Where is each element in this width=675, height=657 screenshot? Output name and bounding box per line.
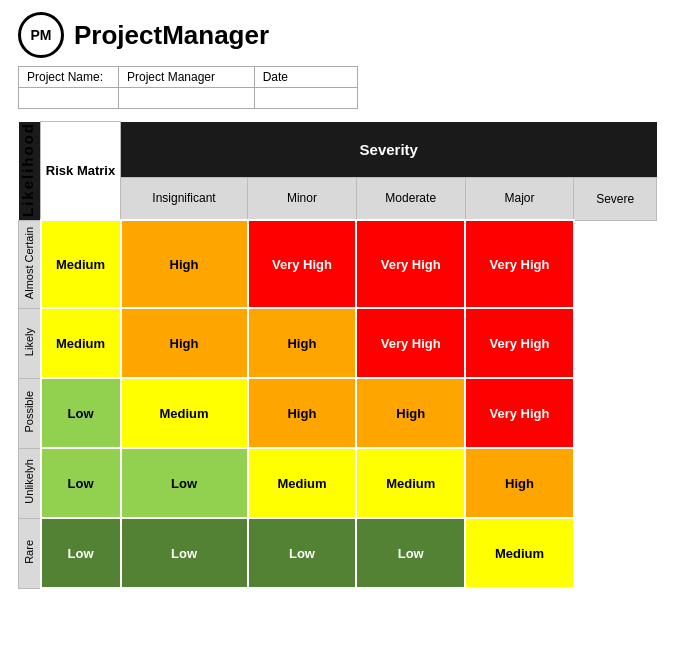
cell-r3-c4: High	[465, 448, 574, 518]
col-moderate: Moderate	[356, 177, 465, 220]
cell-r1-c1: High	[121, 308, 248, 378]
cell-r4-c3: Low	[356, 518, 465, 588]
cell-r4-c4: Medium	[465, 518, 574, 588]
severity-header: Severity	[121, 122, 657, 178]
project-name-value[interactable]	[19, 88, 119, 109]
header: PM ProjectManager	[0, 0, 675, 66]
cell-r3-c2: Medium	[248, 448, 357, 518]
cell-r4-c0: Low	[41, 518, 121, 588]
cell-r1-c4: Very High	[465, 308, 574, 378]
cell-r2-c2: High	[248, 378, 357, 448]
likelihood-label: Likelihood	[19, 122, 36, 217]
cell-r3-c3: Medium	[356, 448, 465, 518]
project-manager-value[interactable]	[119, 88, 255, 109]
likelihood-label-cell: Likelihood	[19, 122, 41, 221]
project-manager-label: Project Manager	[119, 67, 255, 88]
cell-r2-c3: High	[356, 378, 465, 448]
cell-r2-c4: Very High	[465, 378, 574, 448]
row-label-2: Possible	[19, 378, 41, 448]
cell-r0-c2: Very High	[248, 220, 357, 308]
row-label-1: Likely	[19, 308, 41, 378]
cell-r3-c1: Low	[121, 448, 248, 518]
cell-r2-c0: Low	[41, 378, 121, 448]
col-severe: Severe	[574, 177, 657, 220]
app-name: ProjectManager	[74, 20, 269, 51]
cell-r4-c2: Low	[248, 518, 357, 588]
date-label: Date	[254, 67, 357, 88]
cell-r0-c4: Very High	[465, 220, 574, 308]
logo-icon: PM	[18, 12, 64, 58]
cell-r1-c3: Very High	[356, 308, 465, 378]
cell-r0-c1: High	[121, 220, 248, 308]
date-value[interactable]	[254, 88, 357, 109]
cell-r1-c0: Medium	[41, 308, 121, 378]
cell-r1-c2: High	[248, 308, 357, 378]
cell-r4-c1: Low	[121, 518, 248, 588]
cell-r3-c0: Low	[41, 448, 121, 518]
col-minor: Minor	[248, 177, 357, 220]
row-label-0: Almost Certain	[19, 220, 41, 308]
row-label-4: Rare	[19, 518, 41, 588]
col-insignificant: Insignificant	[121, 177, 248, 220]
risk-matrix: Likelihood Risk Matrix Severity Insignif…	[18, 121, 657, 589]
risk-matrix-title: Risk Matrix	[41, 122, 121, 221]
cell-r2-c1: Medium	[121, 378, 248, 448]
cell-r0-c0: Medium	[41, 220, 121, 308]
cell-r0-c3: Very High	[356, 220, 465, 308]
project-name-label: Project Name:	[19, 67, 119, 88]
row-label-3: Unlikelyh	[19, 448, 41, 518]
col-major: Major	[465, 177, 574, 220]
project-info: Project Name: Project Manager Date	[18, 66, 657, 109]
